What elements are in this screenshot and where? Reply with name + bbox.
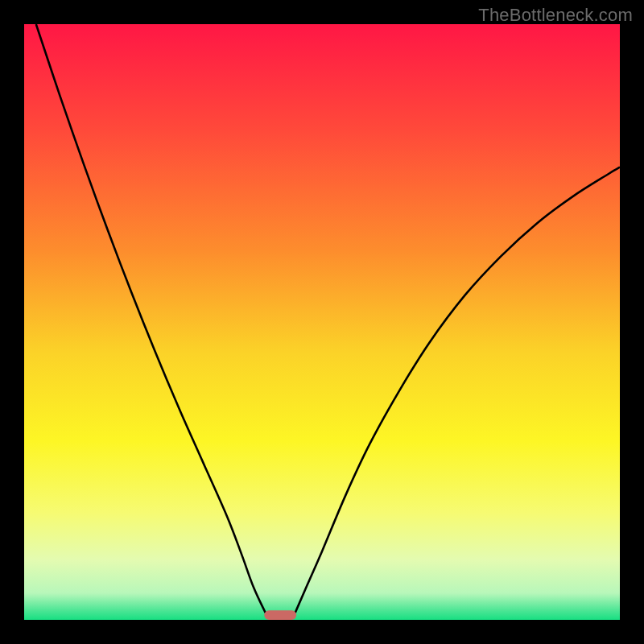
chart-frame: TheBottleneck.com [0, 0, 644, 644]
optimal-marker [264, 610, 296, 620]
gradient-background [24, 24, 620, 620]
watermark-text: TheBottleneck.com [478, 5, 633, 26]
bottleneck-chart [24, 24, 620, 620]
